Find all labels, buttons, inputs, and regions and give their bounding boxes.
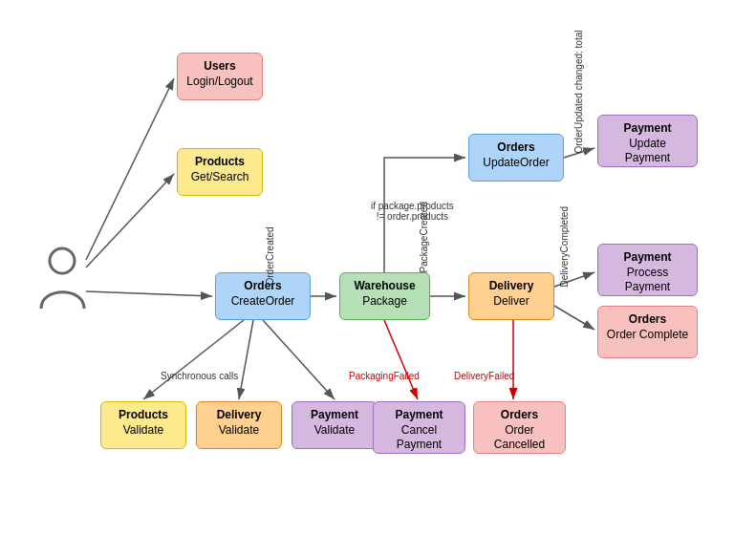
orders-cancelled-node: Orders Order Cancelled (473, 401, 566, 454)
warehouse-title: Warehouse (348, 279, 421, 294)
delivery-completed-label: DeliveryCompleted (559, 206, 570, 287)
orders-complete-node: Orders Order Complete (597, 306, 698, 358)
products-top-subtitle: Get/Search (185, 170, 254, 185)
payment-process-title: Payment (606, 250, 689, 266)
if-package-label: if package.products!= order.products (371, 201, 454, 222)
svg-line-13 (263, 320, 335, 399)
users-subtitle: Login/Logout (185, 75, 254, 90)
orders-main-node: Orders CreateOrder (215, 272, 311, 320)
svg-line-4 (86, 174, 174, 268)
orders-complete-title: Orders (606, 312, 689, 328)
users-node: Users Login/Logout (177, 53, 263, 100)
orders-main-title: Orders (224, 279, 302, 294)
sync-calls-label: Synchronous calls (161, 371, 238, 381)
orders-update-title: Orders (477, 140, 555, 156)
svg-line-5 (86, 291, 212, 296)
orders-cancelled-title: Orders (482, 408, 557, 423)
delivery-title: Delivery (477, 279, 546, 294)
delivery-node: Delivery Deliver (468, 272, 554, 320)
payment-cancel-subtitle: Cancel Payment (381, 423, 457, 453)
payment-update-subtitle: Update Payment (606, 137, 689, 166)
delivery-validate-subtitle: Validate (205, 423, 273, 439)
warehouse-node: Warehouse Package (339, 272, 430, 320)
svg-line-9 (554, 306, 594, 330)
payment-cancel-node: Payment Cancel Payment (373, 401, 465, 454)
svg-line-12 (239, 320, 253, 399)
delivery-validate-title: Delivery (205, 408, 273, 423)
products-validate-subtitle: Validate (109, 423, 178, 439)
orders-main-subtitle: CreateOrder (224, 294, 302, 310)
orders-update-node: Orders UpdateOrder (468, 134, 564, 182)
diagram-container: Users Login/Logout Products Get/Search O… (0, 0, 756, 536)
payment-validate-node: Payment Validate (292, 401, 378, 449)
delivery-failed-label: DeliveryFailed (454, 371, 514, 381)
orders-cancelled-subtitle: Order Cancelled (482, 423, 557, 453)
payment-process-node: Payment Process Payment (597, 244, 698, 296)
payment-validate-title: Payment (300, 408, 369, 423)
payment-validate-subtitle: Validate (300, 423, 369, 439)
orders-update-subtitle: UpdateOrder (477, 156, 555, 171)
delivery-validate-node: Delivery Validate (196, 401, 282, 449)
order-created-label: OrderCreated (265, 226, 275, 285)
products-top-node: Products Get/Search (177, 148, 263, 196)
payment-update-title: Payment (606, 121, 689, 137)
delivery-subtitle: Deliver (477, 294, 546, 310)
svg-line-3 (86, 78, 174, 260)
payment-cancel-title: Payment (381, 408, 457, 423)
payment-process-subtitle: Process Payment (606, 266, 689, 295)
products-validate-node: Products Validate (100, 401, 186, 449)
svg-line-14 (384, 320, 418, 399)
payment-update-node: Payment Update Payment (597, 115, 698, 167)
orders-complete-subtitle: Order Complete (606, 328, 689, 343)
order-updated-label: OrderUpdated changed: total (573, 31, 584, 154)
person-icon (36, 244, 89, 319)
warehouse-subtitle: Package (348, 294, 421, 310)
products-validate-title: Products (109, 408, 178, 423)
products-top-title: Products (185, 155, 254, 170)
users-title: Users (185, 59, 254, 75)
svg-line-11 (143, 320, 244, 399)
svg-point-0 (50, 248, 75, 273)
packaging-failed-label: PackagingFailed (349, 371, 420, 381)
